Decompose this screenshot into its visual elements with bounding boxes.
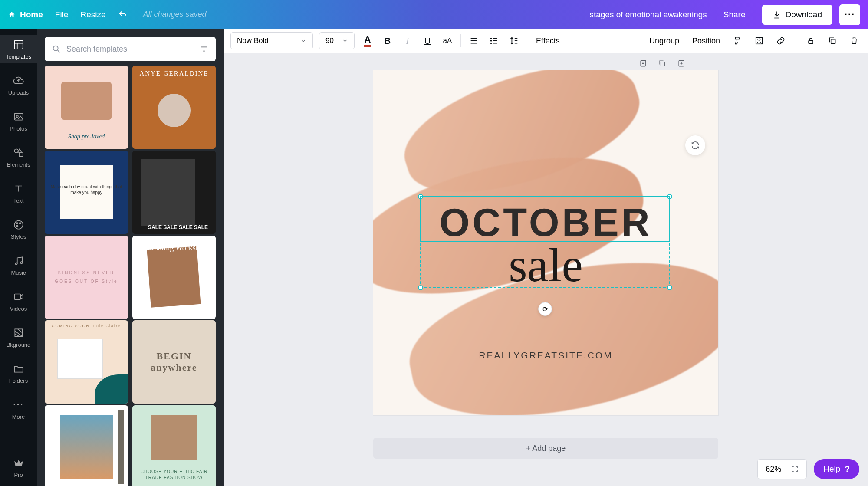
zoom-control[interactable]: 62% <box>757 459 807 479</box>
alignment-button[interactable] <box>467 34 481 48</box>
fullscreen-icon[interactable] <box>791 465 799 473</box>
folders-icon <box>13 363 25 375</box>
rail-styles[interactable]: Styles <box>0 215 37 243</box>
svg-point-8 <box>16 226 18 227</box>
text-color-button[interactable]: A <box>361 34 375 48</box>
home-link[interactable]: Home <box>8 10 43 20</box>
template-thumb[interactable]: CHOOSE YOUR ETHIC FAIR TRADE FASHION SHO… <box>132 405 216 486</box>
tpl-caption: Shop pre-loved <box>45 133 128 140</box>
search-bar[interactable] <box>45 37 216 61</box>
font-family-value: Now Bold <box>237 36 269 45</box>
rail-folders[interactable]: Folders <box>0 359 37 387</box>
font-size-value: 90 <box>326 36 334 45</box>
canvas-url[interactable]: REALLYGREATSITE.COM <box>373 350 718 361</box>
delete-button[interactable] <box>847 34 861 48</box>
template-thumb[interactable]: Make each day count with things that mak… <box>45 151 128 234</box>
more-menu-button[interactable]: ··· <box>839 4 860 25</box>
help-button[interactable]: Help ? <box>814 459 859 479</box>
template-thumb[interactable]: KINDNESS NEVER GOES OUT OF Style <box>45 236 128 319</box>
design-canvas[interactable]: OCTOBER sale REALLYGREATSITE.COM ⟳ <box>373 70 718 415</box>
template-thumb[interactable]: Journaling Workshop <box>132 236 216 319</box>
undo-button[interactable] <box>118 10 128 20</box>
uppercase-button[interactable]: aA <box>441 34 454 48</box>
document-name[interactable]: stages of emotional awakenings <box>589 10 707 20</box>
svg-point-16 <box>491 43 492 44</box>
duplicate-button[interactable] <box>825 34 839 48</box>
rail-music[interactable]: Music <box>0 251 37 279</box>
rail-uploads[interactable]: Uploads <box>0 71 37 99</box>
add-page-button[interactable]: + Add page <box>373 438 718 459</box>
templates-icon <box>13 39 25 51</box>
resize-menu[interactable]: Resize <box>80 10 105 20</box>
resize-handle[interactable] <box>418 285 423 290</box>
notes-icon[interactable] <box>639 59 648 68</box>
position-button[interactable]: Position <box>690 36 723 46</box>
template-thumb[interactable]: Shop pre-loved <box>45 66 128 149</box>
separator <box>527 34 527 47</box>
tpl-caption: SALE SALE SALE SALE <box>144 225 212 230</box>
rail-label: Pro <box>14 472 23 478</box>
lock-button[interactable] <box>804 34 818 48</box>
uploads-icon <box>13 75 25 87</box>
download-button[interactable]: Download <box>762 5 833 25</box>
template-thumb[interactable] <box>45 405 128 486</box>
bold-button[interactable]: B <box>381 34 395 48</box>
file-menu[interactable]: File <box>55 10 69 20</box>
svg-rect-19 <box>831 39 835 44</box>
top-left-group: Home File Resize All changes saved <box>8 10 207 20</box>
templates-panel: Shop pre-loved ANYE GERALDINE Make each … <box>37 29 224 486</box>
chevron-down-icon <box>342 38 348 44</box>
search-input[interactable] <box>66 45 194 54</box>
canvas-zone[interactable]: OCTOBER sale REALLYGREATSITE.COM ⟳ + Add… <box>224 53 868 486</box>
template-thumb[interactable]: COMING SOON Jade Claire <box>45 320 128 404</box>
rail-templates[interactable]: Templates <box>0 35 37 63</box>
home-icon <box>8 11 16 19</box>
add-page-icon[interactable] <box>677 59 686 68</box>
home-label: Home <box>20 10 43 20</box>
music-icon <box>13 255 25 267</box>
rotate-handle[interactable]: ⟳ <box>538 302 552 316</box>
font-size-select[interactable]: 90 <box>319 32 355 49</box>
group-selection-box[interactable] <box>420 196 670 288</box>
rail-bkground[interactable]: Bkground <box>0 323 37 351</box>
rail-videos[interactable]: Videos <box>0 287 37 315</box>
share-button[interactable]: Share <box>714 6 755 24</box>
resize-handle[interactable] <box>667 285 672 290</box>
effects-button[interactable]: Effects <box>533 36 562 46</box>
list-button[interactable] <box>487 34 501 48</box>
styles-icon <box>13 219 25 231</box>
rail-elements[interactable]: Elements <box>0 143 37 171</box>
font-family-select[interactable]: Now Bold <box>230 32 313 49</box>
rail-label: Templates <box>6 53 31 60</box>
ungroup-button[interactable]: Ungroup <box>647 36 682 46</box>
rail-more[interactable]: ··· More <box>0 395 37 424</box>
download-label: Download <box>786 10 822 20</box>
italic-button[interactable]: I <box>401 34 414 48</box>
link-button[interactable] <box>774 34 788 48</box>
pro-icon <box>13 457 25 469</box>
underline-button[interactable]: U <box>421 34 434 48</box>
svg-point-10 <box>20 262 22 263</box>
svg-point-15 <box>491 40 492 41</box>
duplicate-page-icon[interactable] <box>658 59 667 68</box>
rail-text[interactable]: Text <box>0 179 37 207</box>
copy-style-button[interactable] <box>730 34 744 48</box>
rail-photos[interactable]: Photos <box>0 107 37 135</box>
spacing-button[interactable] <box>507 34 521 48</box>
templates-grid[interactable]: Shop pre-loved ANYE GERALDINE Make each … <box>45 66 216 486</box>
tpl-caption: Make each day count with things that mak… <box>45 184 128 195</box>
rail-pro[interactable]: Pro <box>0 453 37 482</box>
template-thumb[interactable]: BEGIN anywhere <box>132 320 216 404</box>
filter-icon[interactable] <box>199 44 209 54</box>
template-thumb[interactable]: SALE SALE SALE SALE <box>132 151 216 234</box>
rail-label: Uploads <box>8 89 29 96</box>
context-toolbar: Now Bold 90 A B I U aA Effects Ungroup P… <box>224 29 868 53</box>
template-thumb[interactable]: ANYE GERALDINE <box>132 66 216 149</box>
svg-point-7 <box>19 223 20 224</box>
tpl-caption: BEGIN anywhere <box>132 351 216 373</box>
text-icon <box>13 183 25 195</box>
transparency-button[interactable] <box>752 34 766 48</box>
dots-icon: ··· <box>845 9 855 20</box>
left-rail: Templates Uploads Photos Elements Text S… <box>0 29 37 486</box>
refresh-fab[interactable] <box>685 135 705 155</box>
